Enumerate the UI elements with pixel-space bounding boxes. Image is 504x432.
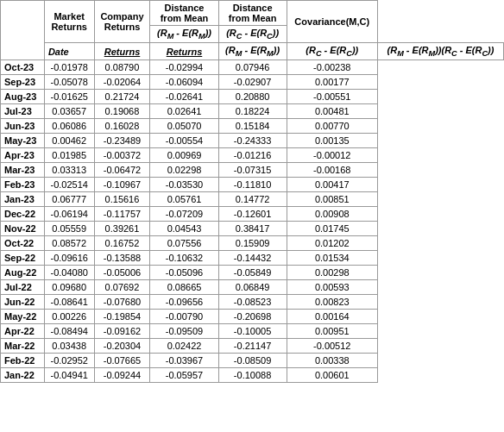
data-cell: -0.05006 (94, 266, 150, 280)
data-cell: 0.38417 (218, 222, 287, 236)
empty-header-1 (1, 1, 45, 60)
data-cell: 0.04543 (150, 222, 218, 236)
data-cell: 0.21724 (94, 90, 150, 104)
date-cell: Jul-22 (1, 280, 45, 295)
dist-c-subheader: (RC - E(RC)) (287, 43, 377, 60)
data-cell: 0.15909 (218, 236, 287, 251)
data-cell: -0.00512 (287, 339, 377, 354)
data-cell: 0.07946 (218, 60, 287, 75)
data-cell: -0.02064 (94, 75, 150, 90)
table-row: Oct-23-0.019780.08790-0.029940.07946-0.0… (1, 60, 504, 75)
covariance-header: Covariance(M,C) (287, 1, 377, 43)
data-cell: 0.18224 (218, 104, 287, 119)
table-row: Apr-230.01985-0.003720.00969-0.01216-0.0… (1, 148, 504, 163)
data-cell: 0.00823 (287, 295, 377, 310)
table-row: Jun-230.060860.160280.050700.151840.0077… (1, 119, 504, 134)
data-cell: -0.02514 (44, 178, 94, 192)
table-row: Jul-230.036570.190680.026410.182240.0048… (1, 104, 504, 119)
data-cell: -0.19854 (94, 310, 150, 324)
data-cell: -0.09244 (94, 368, 150, 383)
table-row: Mar-230.03313-0.064720.02298-0.07315-0.0… (1, 163, 504, 178)
data-cell: 0.00462 (44, 134, 94, 148)
data-cell: -0.00238 (287, 60, 377, 75)
data-cell: 0.15184 (218, 119, 287, 134)
data-cell: 0.03313 (44, 163, 94, 178)
data-cell: 0.02422 (150, 339, 218, 354)
date-cell: Jan-23 (1, 192, 45, 207)
data-cell: 0.00417 (287, 178, 377, 192)
data-cell: -0.01216 (218, 148, 287, 163)
data-cell: 0.00338 (287, 354, 377, 368)
table-row: Oct-220.085720.167520.075560.159090.0120… (1, 236, 504, 251)
data-cell: -0.07209 (150, 207, 218, 222)
cov-formula-subheader: (RM - E(RM))(RC - E(RC)) (377, 43, 503, 60)
date-cell: Jan-22 (1, 368, 45, 383)
data-cell: -0.14432 (218, 251, 287, 266)
table-row: Nov-220.055590.392610.045430.384170.0174… (1, 222, 504, 236)
distance-mean-m-header: Distancefrom Mean (150, 1, 218, 26)
data-cell: -0.00790 (150, 310, 218, 324)
data-cell: 0.00481 (287, 104, 377, 119)
data-cell: 0.39261 (94, 222, 150, 236)
table-row: May-220.00226-0.19854-0.00790-0.206980.0… (1, 310, 504, 324)
market-col-subheader: Returns (94, 43, 150, 60)
table-row: Jan-22-0.04941-0.09244-0.05957-0.100880.… (1, 368, 504, 383)
data-cell: -0.02994 (150, 60, 218, 75)
rm-formula-header: (RM - E(RM)) (150, 26, 218, 43)
table-row: Dec-22-0.06194-0.11757-0.07209-0.126010.… (1, 207, 504, 222)
date-cell: Aug-22 (1, 266, 45, 280)
data-cell: -0.09656 (150, 295, 218, 310)
data-cell: -0.09162 (94, 324, 150, 339)
date-col-header: Date (44, 43, 94, 60)
data-cell: -0.00554 (150, 134, 218, 148)
data-cell: -0.04080 (44, 266, 94, 280)
main-table: MarketReturns CompanyReturns Distancefro… (0, 0, 504, 383)
data-cell: -0.01625 (44, 90, 94, 104)
data-cell: 0.06777 (44, 192, 94, 207)
data-cell: 0.00164 (287, 310, 377, 324)
data-cell: -0.20304 (94, 339, 150, 354)
dist-m-subheader: (RM - E(RM)) (218, 43, 287, 60)
table-row: May-230.00462-0.23489-0.00554-0.243330.0… (1, 134, 504, 148)
date-cell: May-22 (1, 310, 45, 324)
data-cell: -0.10005 (218, 324, 287, 339)
date-cell: Mar-23 (1, 163, 45, 178)
date-cell: May-23 (1, 134, 45, 148)
table-row: Jan-230.067770.156160.057610.147720.0085… (1, 192, 504, 207)
table-row: Feb-22-0.02952-0.07665-0.03967-0.085090.… (1, 354, 504, 368)
data-cell: -0.08494 (44, 324, 94, 339)
data-cell: -0.11810 (218, 178, 287, 192)
data-cell: 0.01534 (287, 251, 377, 266)
data-cell: -0.05096 (150, 266, 218, 280)
table-row: Jul-220.096800.076920.086650.068490.0059… (1, 280, 504, 295)
table-row: Apr-22-0.08494-0.09162-0.09509-0.100050.… (1, 324, 504, 339)
header-row-3: Date Returns Returns (RM - E(RM)) (RC - … (1, 43, 504, 60)
data-cell: 0.02641 (150, 104, 218, 119)
data-cell: 0.19068 (94, 104, 150, 119)
data-cell: -0.00012 (287, 148, 377, 163)
data-cell: -0.07665 (94, 354, 150, 368)
data-cell: 0.07556 (150, 236, 218, 251)
data-cell: 0.06849 (218, 280, 287, 295)
data-cell: 0.08665 (150, 280, 218, 295)
data-cell: -0.08509 (218, 354, 287, 368)
date-cell: Nov-22 (1, 222, 45, 236)
data-cell: -0.00551 (287, 90, 377, 104)
data-cell: 0.05761 (150, 192, 218, 207)
date-cell: Jun-23 (1, 119, 45, 134)
data-cell: 0.01985 (44, 148, 94, 163)
data-cell: -0.05849 (218, 266, 287, 280)
data-cell: 0.00969 (150, 148, 218, 163)
table-row: Jun-22-0.08641-0.07680-0.09656-0.085230.… (1, 295, 504, 310)
data-cell: 0.08572 (44, 236, 94, 251)
data-cell: -0.11757 (94, 207, 150, 222)
data-cell: -0.00372 (94, 148, 150, 163)
data-cell: -0.06472 (94, 163, 150, 178)
data-cell: 0.20880 (218, 90, 287, 104)
date-cell: Apr-22 (1, 324, 45, 339)
data-cell: 0.00770 (287, 119, 377, 134)
company-col-subheader: Returns (150, 43, 218, 60)
date-cell: Dec-22 (1, 207, 45, 222)
company-returns-header: CompanyReturns (94, 1, 150, 43)
date-cell: Feb-22 (1, 354, 45, 368)
